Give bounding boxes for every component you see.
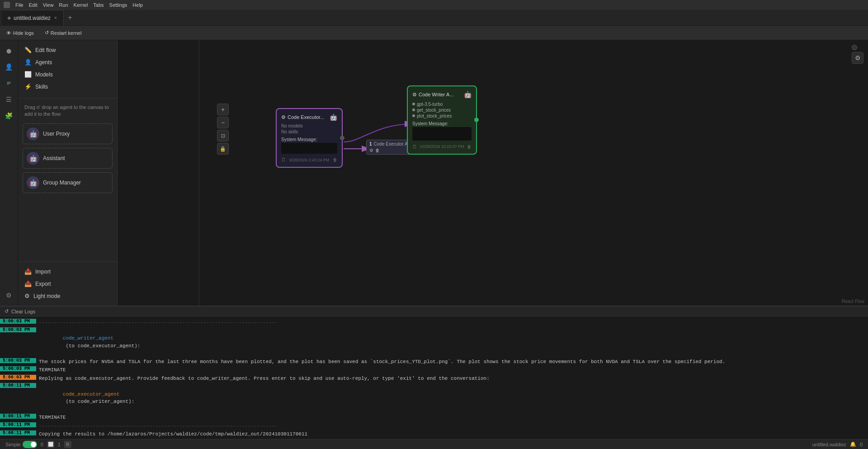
node-code-writer-copy-icon[interactable]: 🗒 — [412, 144, 417, 149]
menu-file[interactable]: File — [15, 2, 24, 8]
react-flow-label: React Flow — [842, 299, 864, 304]
node-gear-icon[interactable]: ⚙ — [281, 114, 286, 120]
nav-edit-flow-label: Edit flow — [35, 47, 56, 53]
node-code-executor[interactable]: ⚙ Code Executor... 🤖 No models No skills… — [276, 108, 343, 168]
hide-logs-label: Hide logs — [13, 30, 34, 36]
panel-divider-1 — [18, 98, 117, 99]
connection-delete-icon[interactable]: 🗑 — [375, 148, 380, 153]
sidebar-icon-user[interactable]: 👤 — [2, 60, 16, 74]
kernel-cell-icon[interactable]: ⬜ — [47, 441, 54, 448]
nav-agents[interactable]: 👤 Agents — [18, 56, 117, 68]
fit-button[interactable]: ⊡ — [217, 130, 229, 142]
tab-untitled[interactable]: ◈ untitled.waldiez × — [2, 10, 64, 26]
panel-nav: ✏️ Edit flow 👤 Agents ⬜ Models ⚡ Skills — [18, 40, 117, 96]
node-code-executor-no-skills: No skills — [281, 129, 337, 134]
log-content[interactable]: 5:06:03 PM -----------------------------… — [0, 317, 868, 439]
sidebar-icon-extensions[interactable]: 🧩 — [2, 109, 16, 123]
nav-light-mode[interactable]: ⚙ Light mode — [18, 290, 117, 302]
node-code-writer-model: gpt-3.5-turbo — [412, 102, 443, 107]
log-text-4: Replying as code_executor_agent. Provide… — [36, 375, 868, 383]
sidebar-icon-rail: ⬤ 👤 IP ☰ 🧩 ⚙ — [0, 40, 18, 306]
kernel-settings-icon[interactable]: ⚙ — [64, 441, 71, 448]
simple-toggle[interactable]: Simple — [5, 441, 37, 448]
export-icon: 📤 — [24, 280, 32, 287]
nav-import-label: Import — [35, 269, 51, 275]
node-code-executor-avatar: 🤖 — [330, 113, 337, 121]
agent-card-group-manager[interactable]: 🤖 Group Manager — [23, 172, 113, 193]
zoom-out-button[interactable]: − — [217, 117, 229, 128]
menu-view[interactable]: View — [43, 2, 54, 8]
app-icon — [4, 2, 10, 8]
nav-import[interactable]: 📥 Import — [18, 265, 117, 278]
nav-models-label: Models — [35, 71, 53, 78]
agent-card-user-proxy[interactable]: 🤖 User Proxy — [23, 123, 113, 144]
skills-icon: ⚡ — [24, 83, 32, 90]
zoom-controls: + − ⊡ 🔒 — [217, 104, 229, 155]
tab-label: untitled.waldiez — [14, 15, 51, 21]
node-code-writer-delete-icon[interactable]: 🗑 — [467, 144, 472, 149]
node-code-writer-gear-icon[interactable]: ⚙ — [412, 92, 417, 98]
toggle-thumb — [31, 442, 36, 447]
node-code-writer-footer: 🗒 10/28/2024 10:10:37 PM 🗑 — [412, 144, 472, 149]
restart-kernel-button[interactable]: ↺ Restart kernel — [42, 29, 84, 37]
menu-kernel[interactable]: Kernel — [74, 2, 88, 8]
node-code-executor-sys-label: System Message: — [281, 137, 337, 142]
connection-settings-icon[interactable]: ⚙ — [369, 148, 373, 153]
toggle-track[interactable] — [23, 441, 37, 448]
edit-flow-icon: ✏️ — [24, 47, 32, 53]
log-row-0: 5:06:03 PM -----------------------------… — [0, 318, 868, 327]
skill1-dot — [412, 109, 415, 111]
log-time-8: 5:06:11 PM — [0, 430, 36, 435]
log-text-8: Copying the results to /home/lazaros/Pro… — [36, 430, 868, 438]
log-text-7: ----------------------------------------… — [36, 422, 868, 430]
status-bar: Simple 0 ⬜ 1 ⚙ untitled.waldiez 🔔 0 — [0, 439, 868, 449]
nav-skills[interactable]: ⚡ Skills — [18, 80, 117, 93]
hide-logs-button[interactable]: 👁 Hide logs — [4, 29, 37, 37]
bottom-nav: 📥 Import 📤 Export ⚙ Light mode — [18, 261, 117, 306]
zoom-in-button[interactable]: + — [217, 104, 229, 115]
restart-kernel-icon: ↺ — [45, 30, 49, 36]
node-code-writer-title: ⚙ Code Writer A... — [412, 92, 453, 98]
tab-close-button[interactable]: × — [53, 14, 58, 21]
status-filename: untitled.waldiez — [812, 442, 846, 447]
menu-run[interactable]: Run — [59, 2, 68, 8]
cell-count: 0 — [41, 442, 43, 447]
sidebar-icon-circle[interactable]: ⬤ — [2, 44, 16, 57]
log-row-7: 5:06:11 PM -----------------------------… — [0, 422, 868, 430]
log-text-5: code_executor_agent (to code_writer_agen… — [36, 383, 868, 413]
node-code-executor-delete-icon[interactable]: 🗑 — [333, 157, 337, 162]
nav-models[interactable]: ⬜ Models — [18, 68, 117, 80]
menu-settings[interactable]: Settings — [109, 2, 127, 8]
log-agent-5: code_executor_agent — [63, 392, 119, 397]
node-code-executor-port-right — [340, 136, 344, 140]
log-time-4: 5:06:03 PM — [0, 375, 36, 380]
nav-edit-flow[interactable]: ✏️ Edit flow — [18, 44, 117, 56]
menu-edit[interactable]: Edit — [29, 2, 38, 8]
agent-card-assistant[interactable]: 🤖 Assistant — [23, 148, 113, 169]
node-code-writer[interactable]: ⚙ Code Writer A... 🤖 gpt-3.5-turbo get_s… — [407, 85, 477, 155]
sidebar-icon-ip[interactable]: IP — [2, 76, 16, 90]
log-row-5: 5:06:11 PM code_executor_agent (to code_… — [0, 383, 868, 413]
code-writer-skill2-label: plot_stock_prices — [417, 113, 452, 118]
nav-export[interactable]: 📤 Export — [18, 278, 117, 290]
node-code-writer-timestamp: 10/28/2024 10:10:37 PM — [420, 144, 464, 149]
bell-icon[interactable]: 🔔 — [850, 441, 856, 447]
menu-tabs[interactable]: Tabs — [93, 2, 104, 8]
menu-help[interactable]: Help — [132, 2, 143, 8]
new-tab-button[interactable]: + — [64, 11, 76, 24]
left-panel: ✏️ Edit flow 👤 Agents ⬜ Models ⚡ Skills … — [18, 40, 118, 306]
sidebar-icon-settings-rail[interactable]: ⚙ — [2, 288, 16, 302]
node-code-executor-timestamp: 9/28/2024 2:43:24 PM — [289, 158, 330, 162]
clear-logs-label[interactable]: Clear Logs — [11, 309, 35, 314]
node-code-executor-copy-icon[interactable]: 🗒 — [281, 157, 286, 162]
lock-button[interactable]: 🔒 — [217, 143, 229, 155]
settings-button[interactable]: ⚙ — [852, 52, 863, 64]
log-time-2: 5:06:03 PM — [0, 358, 36, 363]
light-mode-icon: ⚙ — [24, 293, 30, 299]
drag-hint: Drag n' drop an agent to the canvas to a… — [18, 100, 117, 122]
log-header[interactable]: ↺ Clear Logs — [0, 307, 868, 317]
warning-count: 0 — [860, 442, 863, 447]
log-agent-1: code_writer_agent — [63, 336, 113, 341]
sidebar-icon-list[interactable]: ☰ — [2, 93, 16, 106]
code-writer-model-label: gpt-3.5-turbo — [417, 102, 443, 107]
